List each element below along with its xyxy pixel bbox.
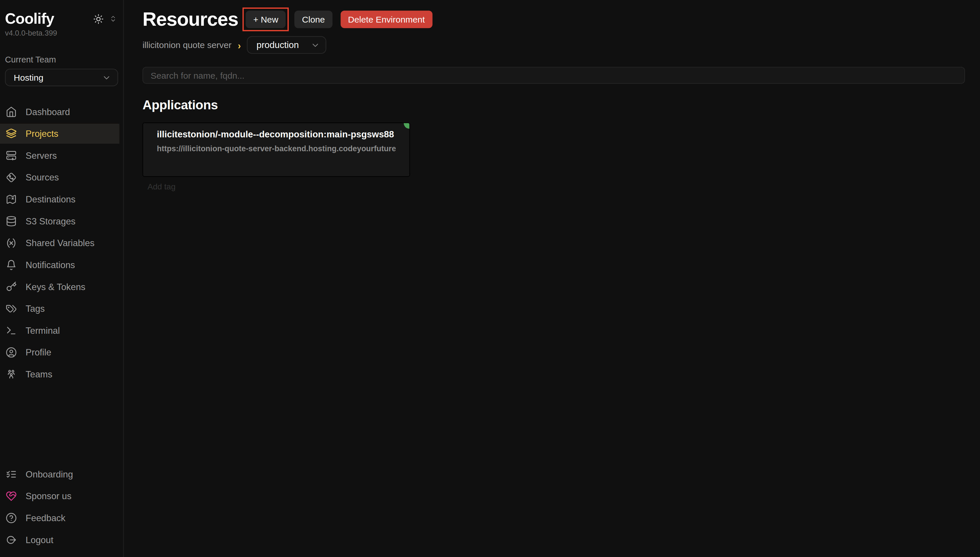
brand-row: Coolify: [0, 0, 123, 26]
users-icon: [5, 369, 17, 380]
sidebar-item-servers[interactable]: Servers: [0, 145, 119, 165]
breadcrumb: illicitonion quote server › production: [143, 36, 965, 54]
application-title: illicitestonion/-module--decomposition:m…: [157, 129, 394, 139]
heart-hands-icon: [5, 490, 17, 502]
search-row: [143, 67, 965, 83]
sidebar-item-shared-variables[interactable]: Shared Variables: [0, 233, 119, 253]
sidebar-item-feedback[interactable]: Feedback: [0, 508, 119, 528]
page-title: Resources: [143, 8, 238, 31]
applications-heading: Applications: [143, 98, 965, 112]
home-icon: [5, 106, 17, 117]
sidebar-item-profile[interactable]: Profile: [0, 342, 119, 362]
sidebar-item-teams[interactable]: Teams: [0, 365, 119, 384]
database-icon: [5, 215, 17, 227]
main-content: Resources + New Clone Delete Environment…: [124, 0, 980, 557]
user-circle-icon: [5, 347, 17, 358]
server-icon: [5, 150, 17, 161]
sidebar-item-notifications[interactable]: Notifications: [0, 255, 119, 275]
chevron-down-icon: [311, 40, 320, 49]
sidebar-item-terminal[interactable]: Terminal: [0, 321, 119, 340]
layers-icon: [5, 128, 17, 139]
sidebar-item-projects[interactable]: Projects: [0, 124, 119, 144]
sidebar-item-dashboard[interactable]: Dashboard: [0, 102, 119, 122]
add-tag-button[interactable]: Add tag: [148, 182, 176, 191]
bell-icon: [5, 259, 17, 271]
delete-environment-button[interactable]: Delete Environment: [340, 11, 433, 28]
sidebar-item-keys-tokens[interactable]: Keys & Tokens: [0, 277, 119, 297]
chevrons-up-down-icon[interactable]: [109, 15, 117, 23]
sidebar: Coolify v4.0.0-beta.399 Current Team Hos…: [0, 0, 124, 557]
sidebar-item-onboarding[interactable]: Onboarding: [0, 464, 119, 484]
page-header: Resources + New Clone Delete Environment: [143, 7, 965, 33]
logout-icon: [5, 534, 17, 545]
app-logo-text: Coolify: [5, 11, 54, 26]
key-icon: [5, 281, 17, 292]
sidebar-item-sources[interactable]: Sources: [0, 168, 119, 187]
breadcrumb-project[interactable]: illicitonion quote server: [143, 40, 232, 50]
tag-icon: [5, 303, 17, 314]
search-input[interactable]: [143, 67, 965, 83]
breadcrumb-separator: ›: [238, 40, 241, 50]
current-team-label: Current Team: [5, 55, 123, 64]
new-button[interactable]: + New: [246, 11, 285, 28]
team-select[interactable]: Hosting: [5, 69, 118, 86]
sidebar-item-destinations[interactable]: Destinations: [0, 189, 119, 209]
application-url: https://illicitonion-quote-server-backen…: [157, 144, 396, 153]
checklist-icon: [5, 468, 17, 479]
terminal-icon: [5, 325, 17, 336]
variable-icon: [5, 238, 17, 249]
sidebar-item-sponsor-us[interactable]: Sponsor us: [0, 486, 119, 506]
environment-select[interactable]: production: [247, 36, 326, 54]
sidebar-item-tags[interactable]: Tags: [0, 299, 119, 319]
chevron-down-icon: [102, 73, 111, 82]
environment-select-value: production: [257, 40, 299, 50]
team-select-value: Hosting: [14, 73, 44, 83]
theme-toggle-sun-icon[interactable]: [93, 13, 104, 24]
app-version: v4.0.0-beta.399: [5, 29, 123, 37]
status-running-indicator: [404, 123, 409, 129]
sidebar-item-logout[interactable]: Logout: [0, 529, 119, 549]
git-source-icon: [5, 172, 17, 183]
help-circle-icon: [5, 512, 17, 523]
click-target-highlight: + New: [243, 8, 289, 31]
coolify-app: Coolify v4.0.0-beta.399 Current Team Hos…: [0, 0, 980, 557]
clone-button[interactable]: Clone: [295, 11, 332, 28]
sidebar-item-s3-storages[interactable]: S3 Storages: [0, 211, 119, 231]
sidebar-footer: Onboarding Sponsor us Feedback Logout: [0, 464, 123, 551]
map-icon: [5, 194, 17, 205]
application-card[interactable]: illicitestonion/-module--decomposition:m…: [143, 122, 410, 177]
sidebar-nav: Dashboard Projects Servers Sources Desti…: [0, 102, 123, 384]
